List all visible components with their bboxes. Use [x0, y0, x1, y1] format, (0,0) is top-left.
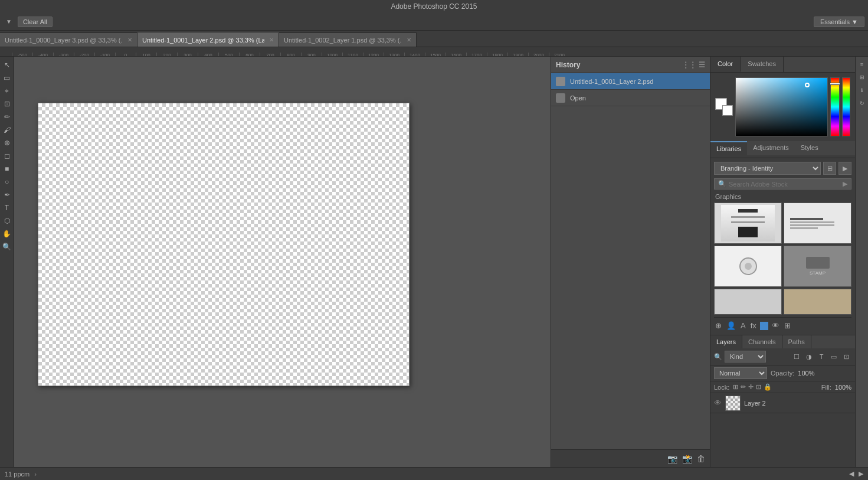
history-item-0[interactable]: Untitled-1_0001_Layer 2.psd: [551, 73, 710, 90]
layers-section: Layers Channels Paths 🔍 Kind ☐ ◑ T ▭ ⊡: [710, 335, 855, 467]
fill-value[interactable]: 100%: [835, 384, 851, 391]
tool-path[interactable]: ⬡: [1, 215, 13, 227]
lock-artboard-icon[interactable]: ⊡: [756, 383, 761, 391]
status-arrow-right[interactable]: ▶: [859, 470, 863, 478]
vert-tool-info[interactable]: ℹ: [857, 85, 867, 96]
tool-clone[interactable]: ⊕: [1, 137, 13, 149]
tab-swatches[interactable]: Swatches: [741, 57, 784, 72]
color-extra-strip[interactable]: [842, 77, 850, 136]
tab-close-layer1[interactable]: ✕: [407, 37, 411, 43]
layer-item-0[interactable]: 👁 Layer 2: [710, 393, 855, 413]
history-item-1[interactable]: Open: [551, 90, 710, 106]
lib-dropdown[interactable]: Branding - Identity: [714, 162, 821, 175]
lock-all-icon[interactable]: 🔒: [764, 383, 772, 391]
ruler-horizontal: -500 -400 -300 -200 -100 0 100 200 300 4…: [0, 47, 868, 57]
lib-text-icon[interactable]: A: [739, 320, 747, 331]
tab-layers[interactable]: Layers: [710, 335, 742, 348]
spectrum-handle[interactable]: [830, 83, 840, 85]
history-camera-icon[interactable]: 📸: [682, 454, 692, 463]
history-expand-icon[interactable]: ⋮⋮: [682, 61, 696, 69]
toolbar-arrow[interactable]: ▼: [4, 17, 14, 26]
lib-fx-icon[interactable]: fx: [749, 320, 758, 331]
lib-grid-view-btn[interactable]: ⊞: [823, 162, 836, 175]
tool-crop[interactable]: ⊡: [1, 98, 13, 110]
history-item-label-1: Open: [570, 94, 586, 102]
tab-close-layer2[interactable]: ✕: [269, 37, 274, 43]
tool-marquee[interactable]: ▭: [1, 72, 13, 84]
lib-color-icon[interactable]: [760, 322, 768, 330]
graphic-thumb-1[interactable]: [714, 203, 782, 244]
lock-move-icon[interactable]: ✛: [748, 383, 754, 391]
filter-type-icon[interactable]: T: [816, 351, 827, 362]
tool-brush[interactable]: 🖌: [1, 124, 13, 136]
filter-adjust-icon[interactable]: ◑: [804, 351, 814, 362]
filter-pixel-icon[interactable]: ☐: [791, 351, 802, 362]
graphics-grid: STAMP: [714, 203, 851, 315]
lib-search-input[interactable]: [729, 181, 840, 188]
graphic-thumb-4[interactable]: STAMP: [784, 246, 851, 287]
vert-tool-adjust[interactable]: ⊞: [857, 72, 867, 83]
background-swatch[interactable]: [722, 105, 733, 116]
lock-brush-icon[interactable]: ✏: [741, 383, 746, 391]
tab-libraries[interactable]: Libraries: [710, 141, 747, 155]
tool-pen[interactable]: ✒: [1, 189, 13, 201]
status-chevron[interactable]: ›: [34, 471, 37, 478]
layers-lock-row: Lock: ⊞ ✏ ✛ ⊡ 🔒 Fill: 100%: [710, 381, 855, 393]
graphic-thumb-2[interactable]: [784, 203, 851, 244]
status-arrow-left[interactable]: ◀: [849, 470, 854, 478]
lib-user-icon[interactable]: 👤: [725, 320, 737, 331]
color-gradient-handle[interactable]: [805, 83, 810, 87]
color-spectrum-bar[interactable]: [830, 77, 840, 136]
clear-all-button[interactable]: Clear All: [18, 17, 53, 27]
color-gradient-box[interactable]: [735, 77, 828, 136]
lib-eye-icon[interactable]: 👁: [771, 320, 781, 331]
graphic-thumb-6[interactable]: [784, 289, 851, 315]
tool-hand[interactable]: ✋: [1, 228, 13, 240]
tool-dodge[interactable]: ○: [1, 176, 13, 188]
history-snapshot-icon[interactable]: 📷: [667, 454, 677, 463]
filter-kind-dropdown[interactable]: Kind: [725, 351, 766, 363]
lib-search-icon: 🔍: [718, 180, 726, 188]
vert-tool-rotate[interactable]: ↻: [857, 98, 867, 109]
tab-layer2[interactable]: Untitled-1_0001_Layer 2.psd @ 33,3% (Lay…: [137, 32, 279, 47]
top-toolbar: ▼ Clear All Essentials ▼: [0, 13, 868, 31]
canvas-background[interactable]: [38, 103, 410, 386]
tab-color[interactable]: Color: [710, 57, 741, 72]
tab-layer1[interactable]: Untitled-1_0002_Layer 1.psd @ 33,3% (...…: [279, 32, 417, 47]
tab-channels[interactable]: Channels: [742, 335, 782, 348]
history-panel-header: History ⋮⋮ ☰: [551, 57, 710, 73]
tool-move[interactable]: ↖: [1, 59, 13, 71]
lib-play-btn[interactable]: ▶: [838, 162, 851, 175]
graphic-thumb-3[interactable]: [714, 246, 782, 287]
history-menu-icon[interactable]: ☰: [699, 61, 705, 69]
opacity-value[interactable]: 100%: [798, 370, 814, 377]
history-footer: 📷 📸 🗑: [551, 449, 710, 467]
filter-smart-icon[interactable]: ⊡: [841, 351, 851, 362]
lib-search-expand-icon[interactable]: ▶: [843, 180, 847, 188]
history-delete-icon[interactable]: 🗑: [697, 454, 705, 463]
tool-eraser[interactable]: ◻: [1, 150, 13, 162]
tool-lasso[interactable]: ⌖: [1, 85, 13, 97]
tool-zoom[interactable]: 🔍: [1, 241, 13, 253]
tool-eyedropper[interactable]: ✏: [1, 111, 13, 123]
title-bar: Adobe Photoshop CC 2015: [0, 0, 868, 13]
vert-tool-layers[interactable]: ≡: [857, 59, 867, 70]
tab-layer3[interactable]: Untitled-1_0000_Layer 3.psd @ 33,3% (...…: [0, 32, 137, 47]
lib-add-icon[interactable]: ⊕: [714, 320, 723, 331]
blend-mode-dropdown[interactable]: Normal: [714, 367, 767, 379]
fg-bg-swatches[interactable]: [715, 98, 733, 116]
layer-visibility-icon-0[interactable]: 👁: [714, 399, 722, 407]
tab-adjustments[interactable]: Adjustments: [747, 141, 795, 155]
history-panel: History ⋮⋮ ☰ Untitled-1_0001_Layer 2.psd…: [551, 57, 710, 467]
tool-gradient[interactable]: ■: [1, 163, 13, 175]
app-title: Adobe Photoshop CC 2015: [391, 2, 477, 11]
tab-styles[interactable]: Styles: [795, 141, 824, 155]
essentials-button[interactable]: Essentials ▼: [814, 17, 864, 27]
filter-shape-icon[interactable]: ▭: [828, 351, 839, 362]
graphic-thumb-5[interactable]: [714, 289, 782, 315]
tab-paths[interactable]: Paths: [782, 335, 811, 348]
tab-close-layer3[interactable]: ✕: [127, 37, 132, 43]
tool-text[interactable]: T: [1, 202, 13, 214]
lib-upload-icon[interactable]: ⊞: [783, 320, 792, 331]
lock-transparent-icon[interactable]: ⊞: [733, 383, 738, 391]
